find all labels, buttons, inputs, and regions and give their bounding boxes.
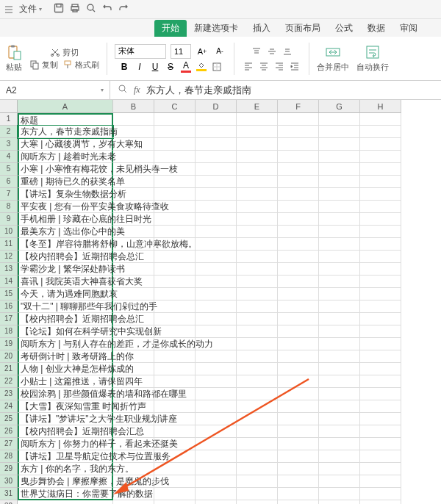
cell[interactable] — [113, 338, 154, 350]
cell[interactable]: 【论坛】如何在科学研究中实现创新 — [18, 325, 113, 338]
cell[interactable] — [319, 425, 360, 438]
cell[interactable] — [196, 188, 237, 201]
cell[interactable] — [154, 450, 196, 463]
cell[interactable] — [154, 363, 196, 375]
col-head-f[interactable]: F — [278, 100, 319, 113]
cell[interactable] — [319, 138, 360, 151]
cell[interactable] — [360, 488, 401, 500]
cell[interactable] — [237, 450, 278, 463]
col-head-d[interactable]: D — [196, 100, 237, 113]
cell[interactable] — [278, 126, 319, 138]
cell[interactable] — [319, 163, 360, 176]
col-head-c[interactable]: C — [154, 100, 196, 113]
row-head[interactable]: 8 — [0, 201, 18, 213]
tab-data[interactable]: 数据 — [360, 20, 392, 37]
cell[interactable] — [278, 350, 319, 363]
strike-button[interactable]: S — [164, 60, 177, 73]
cut-button[interactable]: 剪切 — [50, 47, 79, 58]
cell[interactable] — [319, 276, 360, 288]
tab-home[interactable]: 开始 — [154, 20, 187, 37]
cell[interactable] — [278, 500, 319, 504]
cell[interactable] — [154, 151, 196, 163]
cell[interactable] — [196, 488, 237, 500]
align-bottom-icon[interactable] — [281, 45, 294, 58]
tab-new[interactable]: 新建选项卡 — [187, 20, 245, 37]
cell[interactable] — [196, 276, 237, 288]
cell[interactable]: 喜讯 | 我院英语大神喜获省大奖 — [18, 276, 113, 288]
cell[interactable] — [360, 438, 401, 450]
cell[interactable] — [278, 176, 319, 188]
cell[interactable] — [360, 425, 401, 438]
cell[interactable] — [113, 113, 154, 126]
font-color-button[interactable]: A — [179, 60, 193, 73]
cell[interactable]: 考研倒计时 | 致考研路上的你 — [18, 350, 113, 363]
cell[interactable]: 【校内招聘会】近期招聘会总汇 — [18, 313, 113, 325]
cell[interactable] — [196, 138, 237, 151]
cell[interactable] — [237, 400, 278, 413]
cell[interactable] — [154, 488, 196, 500]
cell[interactable] — [113, 500, 154, 504]
italic-button[interactable]: I — [133, 60, 146, 73]
cell[interactable] — [196, 213, 237, 226]
cell[interactable] — [237, 201, 278, 213]
cell[interactable] — [319, 400, 360, 413]
fx-icon[interactable]: fx — [134, 84, 140, 96]
cell[interactable] — [360, 201, 401, 213]
cell[interactable] — [196, 300, 237, 313]
cell[interactable] — [237, 413, 278, 425]
cell[interactable] — [319, 263, 360, 276]
cell[interactable] — [154, 213, 196, 226]
cell[interactable] — [237, 288, 278, 300]
cell[interactable] — [113, 288, 154, 300]
cell[interactable] — [319, 338, 360, 350]
paste-button[interactable]: 粘贴 — [6, 44, 22, 73]
cell[interactable]: 重磅 | 期待已久的获奖名单 — [18, 176, 113, 188]
cell[interactable] — [237, 251, 278, 263]
cell[interactable] — [113, 313, 154, 325]
cell[interactable] — [319, 388, 360, 400]
select-all-corner[interactable] — [0, 100, 18, 113]
cell[interactable] — [278, 226, 319, 238]
row-head[interactable]: 32 — [0, 500, 18, 504]
cell[interactable] — [360, 163, 401, 176]
cell[interactable] — [237, 350, 278, 363]
cell[interactable] — [237, 313, 278, 325]
cell[interactable] — [319, 313, 360, 325]
tab-review[interactable]: 审阅 — [392, 20, 425, 37]
cell[interactable] — [154, 113, 196, 126]
cell[interactable] — [237, 438, 278, 450]
cell[interactable] — [196, 313, 237, 325]
col-head-b[interactable]: B — [113, 100, 154, 113]
cell[interactable] — [113, 151, 154, 163]
cell[interactable] — [196, 113, 237, 126]
cell[interactable]: 最美东方 | 选出你心中的美 — [18, 226, 113, 238]
cell[interactable] — [278, 263, 319, 276]
cell[interactable] — [196, 438, 237, 450]
cell[interactable]: 标题 — [18, 113, 113, 126]
cell[interactable] — [319, 201, 360, 213]
cell[interactable] — [319, 288, 360, 300]
cell[interactable] — [319, 213, 360, 226]
cell[interactable]: 手机相册 | 珍藏在心底的往日时光 — [18, 213, 113, 226]
cell[interactable] — [278, 213, 319, 226]
align-middle-icon[interactable] — [265, 45, 279, 58]
cell[interactable] — [360, 113, 401, 126]
border-button[interactable] — [210, 60, 223, 73]
align-top-icon[interactable] — [250, 45, 263, 58]
cell[interactable] — [154, 500, 196, 504]
cell[interactable] — [196, 400, 237, 413]
cell[interactable]: 【讲坛】"梦讲坛"之大学生职业规划讲座 — [18, 413, 113, 425]
cell[interactable] — [113, 213, 154, 226]
cell[interactable] — [113, 251, 154, 263]
row-head[interactable]: 28 — [0, 450, 18, 463]
cell[interactable] — [278, 413, 319, 425]
cell[interactable] — [237, 363, 278, 375]
cell[interactable] — [319, 238, 360, 251]
row-head[interactable]: 30 — [0, 475, 18, 488]
cell[interactable] — [196, 350, 237, 363]
cell[interactable] — [196, 388, 237, 400]
row-head[interactable]: 15 — [0, 288, 18, 300]
cell[interactable] — [278, 363, 319, 375]
cell[interactable] — [113, 263, 154, 276]
cell[interactable]: 【冬至】岸容待腊将舒柳，山意冲寒欲放梅。 — [18, 238, 113, 251]
